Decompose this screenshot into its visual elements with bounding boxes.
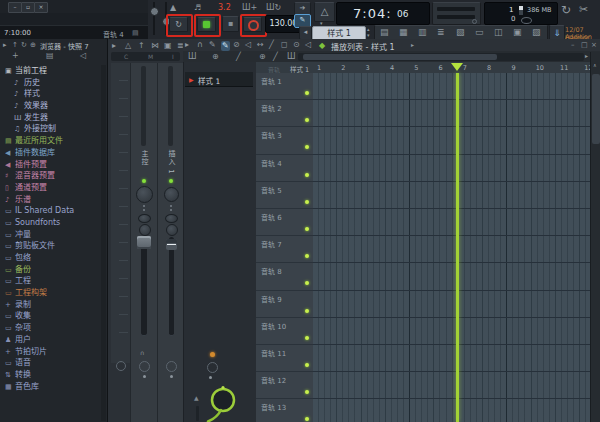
mixer-strip-master[interactable]: 主控 ∩	[130, 63, 158, 422]
refresh-icon[interactable]: ↻	[21, 42, 27, 49]
playlist-hscrollbar[interactable]	[298, 53, 584, 61]
audio-output-connector[interactable]	[206, 383, 250, 422]
browser-item[interactable]: ♪样式	[0, 88, 100, 100]
track-mute-dot[interactable]	[305, 390, 309, 394]
browser-item[interactable]: ♯混音器预置	[0, 170, 100, 182]
playlist-minimize[interactable]: –	[571, 42, 575, 49]
play-button[interactable]	[197, 17, 216, 32]
playlist-close[interactable]: ×	[591, 42, 597, 49]
fx-circle[interactable]	[139, 361, 150, 372]
hscroll-right-icon[interactable]: ▸	[585, 53, 588, 59]
mixer-toggle-icon[interactable]: ▧	[456, 28, 465, 37]
slip-icon[interactable]: ⊘	[233, 41, 240, 49]
browser-item[interactable]: ▭包络	[0, 252, 100, 264]
mixer-wave-icon[interactable]: ⋈	[151, 42, 159, 50]
playback-icon[interactable]: ◁	[305, 41, 311, 49]
playlist-track-header[interactable]: 音轨 3	[256, 127, 313, 154]
mixer-detached-icon[interactable]: △	[125, 42, 131, 50]
browser-item[interactable]: ▭收集	[0, 310, 100, 322]
playlist-track-header[interactable]: 音轨 10	[256, 318, 313, 345]
hscroll-thumb[interactable]	[303, 54, 497, 60]
playlist-track-header[interactable]: 音轨 9	[256, 291, 313, 318]
options-icon[interactable]: ▨	[532, 28, 541, 37]
browser-item[interactable]: ▤最近所用文件	[0, 135, 100, 147]
browser-item[interactable]: ▭备份	[0, 264, 100, 276]
playlist-track-header[interactable]: 音轨 6	[256, 209, 313, 236]
browser-toggle-icon[interactable]: ≣	[437, 28, 445, 37]
browser-item[interactable]: ♪效果器	[0, 100, 100, 112]
pattern-prev-button[interactable]: ◂	[299, 26, 312, 40]
title-arrow-icon[interactable]: ▸	[411, 42, 414, 48]
browser-item[interactable]: ◀插件预置	[0, 159, 100, 171]
wait-input-icon[interactable]: ♬	[194, 4, 201, 12]
vscroll-up-icon[interactable]: ∧	[593, 63, 597, 68]
playlist-track-header[interactable]: 音轨 5	[256, 182, 313, 209]
lcd-small[interactable]: 3.2	[218, 4, 231, 12]
track-mute-dot[interactable]	[305, 200, 309, 204]
fx-circle[interactable]	[207, 362, 218, 373]
mixer-menu-icon[interactable]: ▸	[112, 42, 116, 50]
cut-icon[interactable]: ✂	[579, 4, 588, 15]
grid-piano-icon[interactable]: Ш	[287, 53, 296, 61]
browser-item[interactable]: ▯通道预置	[0, 182, 100, 194]
headphone-icon[interactable]: ∩	[140, 350, 144, 356]
browser-item[interactable]: ▣当前工程	[0, 65, 100, 77]
slice-icon[interactable]: ╱	[269, 41, 274, 49]
loop-record-icon[interactable]: Ш↻	[266, 4, 281, 12]
browser-item[interactable]: ♪历史	[0, 77, 100, 89]
time-display[interactable]: 7:04: 06	[336, 2, 430, 25]
main-volume-knob[interactable]	[150, 7, 159, 16]
add-icon[interactable]: ⊕	[30, 42, 36, 49]
vscroll-thumb[interactable]	[592, 74, 600, 144]
track-mute-dot[interactable]	[305, 118, 309, 122]
mixer-up-icon[interactable]: ↑	[138, 42, 145, 50]
browser-item[interactable]: ◀插件数据库	[0, 147, 100, 159]
pattern-diamond-icon[interactable]: ◆	[319, 41, 325, 50]
grid-add-icon[interactable]: ⊕	[259, 53, 266, 61]
browser-scrollbar[interactable]	[101, 65, 106, 421]
playlist-track-header[interactable]: 音轨 13	[256, 399, 313, 422]
magnet-icon[interactable]: ∩	[197, 41, 203, 49]
slot-arrow-icon[interactable]: ▲	[194, 395, 199, 401]
aux-knob[interactable]	[139, 224, 151, 236]
countdown-icon[interactable]: Ш+	[242, 4, 257, 12]
playlist-maximize[interactable]: □	[581, 42, 588, 49]
browser-item[interactable]: ▭语音	[0, 357, 100, 369]
browser-item[interactable]: ♫外接控制	[0, 123, 100, 135]
project-info-icon[interactable]: ▭	[475, 28, 484, 37]
playlist-track-header[interactable]: 音轨 2	[256, 100, 313, 127]
browser-item[interactable]: +节拍切片	[0, 346, 100, 358]
track-mute-dot[interactable]	[305, 363, 309, 367]
playhead-marker[interactable]	[451, 63, 463, 71]
playlist-track-header[interactable]: 音轨 11	[256, 345, 313, 372]
playlist-track-header[interactable]: 音轨 7	[256, 236, 313, 263]
sync-icon[interactable]: ↻	[561, 4, 571, 16]
playlist-track-header[interactable]: 音轨 8	[256, 263, 313, 290]
picker-add-icon[interactable]: ⊕	[212, 53, 219, 61]
stretch-icon[interactable]: ↔	[257, 41, 264, 49]
browser-item[interactable]: ♟用户	[0, 334, 100, 346]
stop-button[interactable]: ▪	[222, 16, 239, 32]
playlist-track-header[interactable]: 音轨 12	[256, 372, 313, 399]
fader-handle[interactable]	[137, 236, 151, 249]
browser-item[interactable]: ▭工程构架	[0, 287, 100, 299]
volume-fader[interactable]	[169, 237, 174, 336]
stereo-sep-knob[interactable]	[165, 214, 178, 223]
picker-item-pattern1[interactable]: ▶ 样式 1	[185, 72, 253, 87]
browser-item[interactable]: ▭IL Shared Data	[0, 205, 100, 217]
zoom-icon[interactable]: ⊙	[293, 41, 300, 49]
mixer-groove[interactable]: C M I	[111, 52, 180, 61]
browser-item[interactable]: +录制	[0, 299, 100, 311]
plugin-picker-icon[interactable]: ◫	[494, 28, 503, 37]
record-button[interactable]	[243, 17, 262, 32]
track-mute-dot[interactable]	[305, 173, 309, 177]
browser-item[interactable]: Ш发生器	[0, 112, 100, 124]
browser-item[interactable]: ▭冲量	[0, 229, 100, 241]
playlist-grid[interactable]	[313, 73, 590, 422]
picker-piano-icon[interactable]: Ш	[188, 53, 197, 61]
back-icon[interactable]: ▸	[3, 42, 7, 49]
up-icon[interactable]: ↑	[12, 42, 18, 49]
strip-enable-led[interactable]	[169, 179, 173, 183]
track-mute-dot[interactable]	[305, 309, 309, 313]
mute-icon[interactable]: ◁	[245, 41, 251, 49]
